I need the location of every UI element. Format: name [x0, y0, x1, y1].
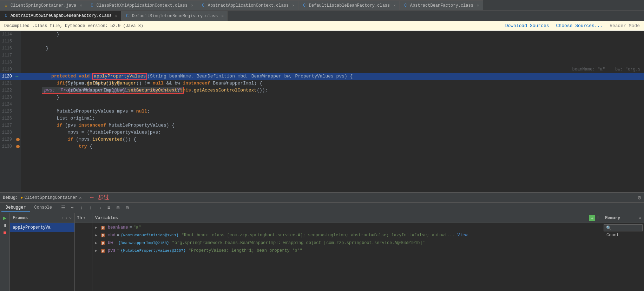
code-line-1121: if (System.getSecurityManager() != null … [21, 80, 644, 87]
code-line-1130: try { [21, 143, 644, 150]
breakpoint-1123[interactable] [16, 96, 20, 99]
code-line-1123: } [21, 94, 644, 101]
toolbar-hamburger[interactable]: ☰ [59, 204, 67, 212]
var-row-mbd[interactable]: ▶ p mbd = {RootBeanDefinition@1911} "Roo… [92, 231, 602, 239]
breakpoint-1119[interactable] [16, 68, 20, 71]
frames-controls: ↑ ↓ ▽ [61, 215, 72, 221]
breakpoint-1128[interactable] [16, 131, 20, 134]
decompiled-info-text: Decompiled .class file, bytecode version… [4, 23, 143, 28]
mbd-view-link[interactable]: View [458, 233, 468, 238]
class-icon-2: C [201, 3, 206, 8]
frames-up-btn[interactable]: ↑ [61, 216, 64, 221]
variables-filter-btn[interactable]: ⫶ [597, 215, 599, 221]
memory-content: Count [602, 223, 644, 291]
debug-settings-icon[interactable]: ⚙ [638, 194, 641, 201]
toolbar-step-into[interactable]: ↓ [77, 204, 86, 212]
memory-search-input[interactable] [604, 224, 643, 231]
breakpoint-1114[interactable] [16, 33, 20, 36]
var-row-bw[interactable]: ▶ p bw = {BeanWrapperImpl@2158} "org.spr… [92, 239, 602, 247]
breakpoint-1122[interactable] [16, 89, 20, 92]
variables-list: ▶ p beanName = "a" ▶ p mbd = {RootBeanDe… [92, 223, 602, 291]
code-hint-1119: beanName: "a" bw: "org.s [572, 66, 640, 73]
memory-settings-icon[interactable]: ⚙ [639, 215, 641, 221]
expand-mbd[interactable]: ▶ [95, 233, 99, 237]
pause-btn[interactable]: ⏸ [2, 223, 7, 229]
code-line-1124 [21, 101, 644, 108]
breakpoint-1117[interactable] [16, 54, 20, 57]
toolbar-step-out[interactable]: ↑ [86, 204, 95, 212]
add-variable-btn[interactable]: + [589, 215, 595, 221]
reader-mode-link[interactable]: Reader Mode [610, 23, 640, 28]
tab-close-2[interactable]: ✕ [191, 3, 193, 8]
toolbar-run-cursor[interactable]: → [96, 204, 104, 212]
breakpoint-1121[interactable] [16, 82, 20, 85]
tab-close-5[interactable]: ✕ [477, 3, 479, 8]
breakpoint-1115[interactable] [16, 40, 20, 43]
code-line-1127: if (pvs instanceof MutablePropertyValues… [21, 122, 644, 129]
expand-bw[interactable]: ▶ [95, 241, 99, 245]
frames-filter-btn[interactable]: ▽ [69, 215, 72, 221]
tab-close-4[interactable]: ✕ [393, 3, 396, 8]
breakpoint-1127[interactable] [16, 124, 20, 127]
java-icon: ☕ [4, 3, 8, 8]
toolbar-step-over[interactable]: ↷ [68, 204, 77, 212]
frames-list: applyPropertyVa [10, 223, 74, 291]
debug-session-close[interactable]: ✕ [79, 195, 82, 201]
breakpoint-1130[interactable] [16, 145, 20, 148]
tab-client-spring-container[interactable]: ☕ ClientSpringContainer.java ✕ [0, 0, 86, 10]
toolbar-evaluate[interactable]: ≡ [105, 204, 113, 212]
var-row-beanname[interactable]: ▶ p beanName = "a" [92, 224, 602, 231]
count-label: Count [604, 231, 643, 239]
tab-debugger[interactable]: Debugger [1, 204, 30, 212]
debug-label: Debug: [3, 195, 18, 200]
memory-panel: Memory ⚙ Count [602, 213, 644, 291]
tab-close-6[interactable]: ✕ [115, 14, 118, 18]
toolbar-trace[interactable]: ⊟ [123, 204, 131, 212]
debug-body: ▶ ⏸ ■ Frames ↑ ↓ ▽ applyPropertyVa [0, 213, 644, 291]
frames-down-btn[interactable]: ↓ [65, 216, 68, 221]
tab-close-3[interactable]: ✕ [292, 3, 295, 8]
frames-title: Frames [13, 216, 28, 221]
breakpoint-1126[interactable] [16, 117, 20, 120]
tab-class-path-xml[interactable]: C ClassPathXmlApplicationContext.class ✕ [86, 0, 197, 10]
tab-abstract-bean-factory[interactable]: C AbstractBeanFactory.class ✕ [400, 0, 483, 10]
choose-sources-link[interactable]: Choose Sources... [556, 23, 603, 28]
breakpoint-1118[interactable] [16, 61, 20, 64]
var-row-pvs[interactable]: ▶ p pvs = {MutablePropertyValues@2267} "… [92, 247, 602, 255]
download-sources-link[interactable]: Download Sources [505, 23, 549, 28]
class-icon-4: C [403, 3, 408, 8]
debug-session-name: ClientSpringContainer [25, 195, 78, 200]
memory-title: Memory [605, 216, 620, 221]
tab-console[interactable]: Console [30, 204, 56, 212]
line-num-1124: 1124 [0, 101, 21, 108]
code-line-1128: mpvs = (MutablePropertyValues)pvs; [21, 129, 644, 136]
tab-close-7[interactable]: ✕ [222, 14, 224, 18]
class-icon-6: C [125, 14, 130, 19]
toolbar-table[interactable]: ⊞ [114, 204, 122, 212]
class-icon-3: C [302, 3, 307, 8]
expand-pvs[interactable]: ▶ [95, 249, 99, 253]
threads-dropdown[interactable]: ▼ [83, 216, 85, 220]
tab-default-singleton[interactable]: C DefaultSingletonBeanRegistry.class ✕ [121, 11, 228, 21]
breakpoint-1125[interactable] [16, 110, 20, 113]
debugger-toolbar: ☰ ↷ ↓ ↑ → ≡ ⊞ ⊟ [59, 204, 131, 212]
step-hint-label: 步过 [98, 194, 109, 201]
breakpoint-1124[interactable] [16, 103, 20, 106]
play-resume-btn[interactable]: ▶ [3, 215, 7, 222]
debugger-tabs-bar: Debugger Console ☰ ↷ ↓ ↑ → ≡ ⊞ ⊟ [0, 203, 644, 213]
memory-header: Memory ⚙ [602, 213, 644, 223]
frame-item-0[interactable]: applyPropertyVa [10, 223, 74, 232]
stop-btn[interactable]: ■ [3, 230, 6, 236]
expand-beanname[interactable]: ▶ [95, 225, 99, 230]
tab-default-listable[interactable]: C DefaultListableBeanFactory.class ✕ [298, 0, 400, 10]
tab-abstract-app-context[interactable]: C AbstractApplicationContext.class ✕ [197, 0, 298, 10]
code-line-1117 [21, 52, 644, 59]
tab-close-1[interactable]: ✕ [80, 3, 82, 8]
breakpoint-1116[interactable] [16, 47, 20, 50]
line-num-1129: 1129 [0, 136, 21, 143]
breakpoint-1129[interactable] [16, 138, 20, 141]
tab-bar-row2: C AbstractAutowireCapableBeanFactory.cla… [0, 11, 644, 21]
tab-abstract-autowire[interactable]: C AbstractAutowireCapableBeanFactory.cla… [0, 11, 121, 21]
frames-header: Frames ↑ ↓ ▽ [10, 213, 74, 223]
line-num-1117: 1117 [0, 52, 21, 59]
